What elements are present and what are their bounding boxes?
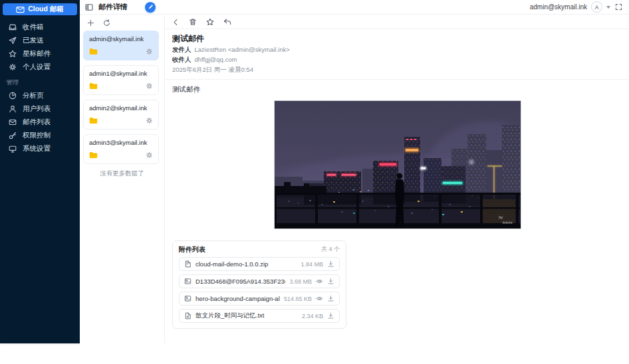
top-bar: 邮件详情 admin@skymail.ink A [80, 0, 629, 15]
top-bar-left: 邮件详情 [80, 2, 156, 13]
user-icon [9, 105, 17, 113]
attachment-name: D133D468@F095A914.353F2368.png [195, 278, 285, 285]
mail-detail-panel: 测试邮件 发件人LaziestRen <admin@skymail.ink> 收… [166, 15, 629, 343]
sidebar-item-permissions[interactable]: 权限控制 [0, 129, 80, 142]
account-settings-icon[interactable] [146, 117, 153, 124]
attachment-count: 共 4 个 [321, 245, 340, 254]
star-mail-icon[interactable] [206, 18, 214, 26]
account-toolbar [80, 15, 164, 31]
attachment-row: 散文片段_时间与记忆.txt 2.34 KB [179, 309, 340, 323]
download-icon[interactable] [327, 278, 334, 285]
image-watermark-line2: krkrts [503, 221, 513, 225]
text-file-icon [184, 312, 191, 319]
attachment-name: 散文片段_时间与记忆.txt [195, 312, 298, 320]
sidebar-item-system-settings[interactable]: 系统设置 [0, 142, 80, 155]
send-icon [9, 37, 17, 45]
attachment-size: 514.65 KB [284, 296, 312, 302]
download-icon[interactable] [327, 260, 334, 268]
to-label: 收件人 [172, 56, 191, 63]
back-icon[interactable] [172, 18, 180, 26]
sidebar-item-mail-list[interactable]: 邮件列表 [0, 116, 80, 129]
app-window: Cloud 邮箱 收件箱 已发送 星标邮件 个人设置 管理 分析页 [0, 0, 629, 364]
download-icon[interactable] [327, 312, 334, 319]
sidebar-item-analytics[interactable]: 分析页 [0, 89, 80, 102]
logo-button[interactable]: Cloud 邮箱 [3, 3, 77, 15]
mail-body: 测试邮件 [166, 80, 629, 335]
sidebar-section-label: 管理 [0, 74, 80, 89]
account-email: admin3@skymail.ink [89, 139, 153, 146]
attachment-size: 1.84 MB [301, 261, 323, 268]
current-account-email: admin@skymail.ink [530, 3, 587, 11]
account-settings-icon[interactable] [146, 48, 153, 55]
embedded-image: by krkrts [274, 100, 521, 229]
no-more-data-text: 没有更多数据了 [80, 169, 164, 178]
sidebar-item-label: 星标邮件 [23, 49, 51, 58]
attachment-name: cloud-mail-demo-1.0.0.zip [195, 260, 297, 268]
attachment-list-title: 附件列表 [179, 245, 205, 254]
mail-date: 2025年6月2日 周一 凌晨0:54 [172, 66, 622, 74]
mail-icon [9, 118, 17, 126]
folder-icon [89, 48, 98, 55]
image-watermark-line1: by [499, 215, 503, 219]
folder-icon [89, 151, 98, 159]
reply-icon[interactable] [223, 18, 231, 26]
sidebar-item-personal-settings[interactable]: 个人设置 [0, 60, 80, 74]
folder-icon [89, 82, 98, 90]
sidebar-item-users[interactable]: 用户列表 [0, 102, 80, 116]
inbox-icon [9, 23, 17, 31]
gear-icon [9, 63, 17, 71]
attachment-name: hero-background-campaign-alternate.png [195, 295, 280, 302]
sidebar-item-label: 个人设置 [23, 62, 51, 72]
refresh-icon[interactable] [103, 19, 110, 27]
mail-body-text: 测试邮件 [172, 85, 622, 94]
mail-to-row: 收件人dhffgj@qq.com [172, 55, 622, 64]
chevron-down-icon[interactable] [606, 6, 610, 9]
pie-chart-icon [9, 92, 17, 100]
attachment-size: 3.68 MB [289, 278, 312, 285]
account-card[interactable]: admin3@skymail.ink [83, 134, 159, 164]
account-email: admin2@skymail.ink [89, 104, 153, 112]
account-card[interactable]: admin2@skymail.ink [83, 100, 159, 130]
mail-toolbar [166, 15, 629, 29]
delete-icon[interactable] [189, 18, 197, 26]
attachment-row: hero-background-campaign-alternate.png 5… [179, 292, 340, 306]
sidebar-item-starred[interactable]: 星标邮件 [0, 47, 80, 60]
avatar[interactable]: A [591, 1, 602, 13]
image-file-icon [184, 278, 191, 285]
envelope-logo-icon [16, 5, 25, 14]
account-settings-icon[interactable] [146, 151, 153, 159]
top-bar-right: admin@skymail.ink A [530, 1, 629, 13]
sidebar-nav: 收件箱 已发送 星标邮件 个人设置 管理 分析页 用户列表 [0, 21, 80, 155]
account-card[interactable]: admin@skymail.ink [83, 31, 159, 60]
attachment-size: 2.34 KB [302, 313, 323, 319]
monitor-icon [9, 145, 17, 153]
sidebar-item-label: 收件箱 [23, 23, 44, 32]
mail-subject: 测试邮件 [172, 34, 622, 44]
account-settings-icon[interactable] [146, 82, 153, 90]
collapse-sidebar-icon[interactable] [85, 3, 93, 11]
download-icon[interactable] [327, 295, 334, 302]
fullscreen-icon[interactable] [614, 3, 622, 11]
attachment-list: 附件列表 共 4 个 cloud-mail-demo-1.0.0.zip 1.8… [172, 240, 346, 329]
key-icon [9, 132, 17, 139]
mail-header: 测试邮件 发件人LaziestRen <admin@skymail.ink> 收… [166, 29, 629, 80]
account-email: admin1@skymail.ink [89, 70, 153, 77]
sidebar-item-label: 权限控制 [23, 131, 51, 140]
from-value: LaziestRen <admin@skymail.ink> [195, 46, 290, 53]
sidebar-item-label: 用户列表 [23, 104, 51, 114]
account-email: admin@skymail.ink [89, 35, 153, 43]
add-account-icon[interactable] [87, 19, 94, 27]
sidebar-item-label: 邮件列表 [23, 118, 51, 127]
mail-from-row: 发件人LaziestRen <admin@skymail.ink> [172, 45, 622, 54]
star-icon [9, 50, 17, 58]
compose-button[interactable] [145, 2, 156, 13]
sidebar-item-inbox[interactable]: 收件箱 [0, 21, 80, 34]
logo-text: Cloud 邮箱 [28, 5, 64, 14]
preview-eye-icon[interactable] [316, 278, 323, 285]
folder-icon [89, 117, 98, 124]
sidebar-item-sent[interactable]: 已发送 [0, 34, 80, 47]
to-value: dhffgj@qq.com [195, 56, 237, 63]
sidebar-item-label: 已发送 [23, 36, 44, 45]
preview-eye-icon[interactable] [316, 295, 323, 302]
account-card[interactable]: admin1@skymail.ink [83, 65, 159, 95]
